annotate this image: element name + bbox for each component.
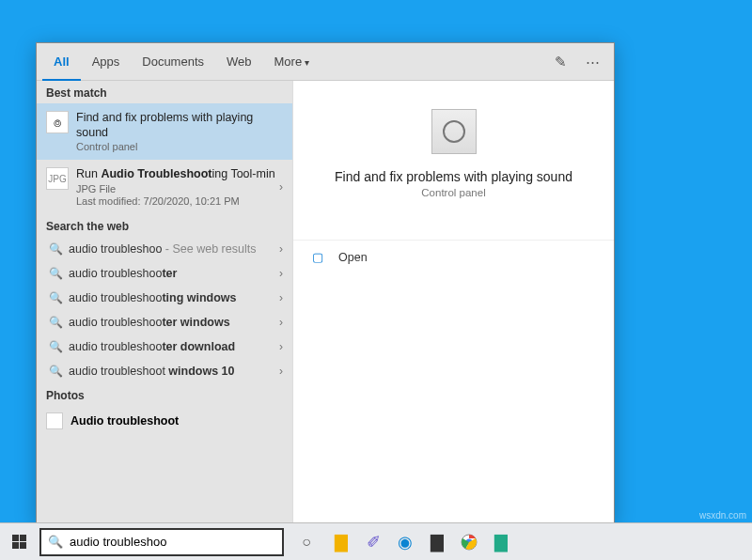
result-file[interactable]: JPG Run Audio Troubleshooting Tool-min J… bbox=[37, 160, 292, 214]
result-filetype: JPG File bbox=[76, 183, 283, 194]
tab-all[interactable]: All bbox=[42, 43, 81, 81]
tab-more[interactable]: More▾ bbox=[263, 43, 321, 81]
photo-label: Audio troubleshoot bbox=[70, 414, 179, 428]
taskbar-search-box[interactable]: 🔍 bbox=[39, 528, 284, 556]
app-icon-teal[interactable]: ▇ bbox=[485, 523, 517, 561]
chrome-logo-icon bbox=[461, 534, 478, 551]
web-result[interactable]: 🔍 audio troubleshooter download › bbox=[37, 334, 292, 359]
app-icon-dark[interactable]: ▇ bbox=[421, 523, 453, 561]
web-result[interactable]: 🔍 audio troubleshooter › bbox=[37, 261, 292, 286]
web-result[interactable]: 🔍 audio troubleshoot windows 10 › bbox=[37, 359, 292, 383]
result-best-match[interactable]: ⌾ Find and fix problems with playing sou… bbox=[37, 103, 292, 160]
chevron-down-icon: ▾ bbox=[305, 57, 309, 68]
chevron-right-icon[interactable]: › bbox=[279, 267, 283, 280]
watermark: wsxdn.com bbox=[699, 510, 746, 521]
search-icon: 🔍 bbox=[46, 242, 65, 256]
search-icon: 🔍 bbox=[46, 365, 65, 378]
result-preview-pane: Find and fix problems with playing sound… bbox=[292, 81, 614, 522]
chevron-right-icon[interactable]: › bbox=[279, 242, 283, 256]
desktop: All Apps Documents Web More▾ ✎ ⋯ Best ma… bbox=[0, 0, 752, 560]
preview-icon bbox=[431, 109, 477, 154]
panel-body: Best match ⌾ Find and fix problems with … bbox=[37, 81, 614, 522]
open-icon: ▢ bbox=[312, 250, 329, 264]
result-subtitle: Control panel bbox=[76, 141, 283, 152]
action-open[interactable]: ▢ Open bbox=[293, 241, 614, 273]
chevron-right-icon[interactable]: › bbox=[279, 365, 283, 378]
tab-apps[interactable]: Apps bbox=[81, 43, 132, 81]
web-result[interactable]: 🔍 audio troubleshooting windows › bbox=[37, 286, 292, 310]
file-explorer-icon[interactable]: ▇ bbox=[325, 523, 357, 561]
photo-thumb-icon bbox=[46, 412, 63, 429]
search-results-panel: All Apps Documents Web More▾ ✎ ⋯ Best ma… bbox=[36, 42, 615, 523]
chevron-right-icon[interactable]: › bbox=[279, 316, 283, 329]
web-result[interactable]: 🔍 audio troubleshoo - See web results › bbox=[37, 237, 292, 261]
result-title: Find and fix problems with playing sound bbox=[76, 111, 283, 140]
search-icon: 🔍 bbox=[41, 535, 70, 549]
cortana-button[interactable]: ○ bbox=[290, 534, 323, 551]
action-open-label: Open bbox=[338, 251, 368, 264]
taskbar-pinned-apps: ▇ ✐ ◉ ▇ ▇ bbox=[325, 523, 517, 561]
windows-logo-icon bbox=[12, 535, 26, 549]
feedback-icon[interactable]: ✎ bbox=[544, 54, 576, 70]
search-icon: 🔍 bbox=[46, 267, 65, 280]
preview-subtitle: Control panel bbox=[312, 187, 595, 198]
chevron-right-icon[interactable]: › bbox=[279, 291, 283, 304]
web-result[interactable]: 🔍 audio troubleshooter windows › bbox=[37, 310, 292, 334]
start-button[interactable] bbox=[0, 523, 38, 561]
image-file-icon: JPG bbox=[46, 167, 69, 190]
edge-browser-icon[interactable]: ◉ bbox=[389, 523, 421, 561]
chrome-browser-icon[interactable] bbox=[453, 523, 485, 561]
search-icon: 🔍 bbox=[46, 340, 65, 353]
chevron-right-icon[interactable]: › bbox=[279, 340, 283, 353]
search-icon: 🔍 bbox=[46, 316, 65, 329]
preview-actions: ▢ Open bbox=[293, 240, 614, 273]
tab-documents[interactable]: Documents bbox=[131, 43, 215, 81]
preview-title: Find and fix problems with playing sound bbox=[312, 169, 595, 184]
section-best-match: Best match bbox=[37, 81, 292, 103]
result-title: Run Audio Troubleshooting Tool-min bbox=[76, 167, 283, 182]
control-panel-icon: ⌾ bbox=[46, 111, 69, 133]
photo-result[interactable]: Audio troubleshoot bbox=[37, 406, 292, 436]
section-search-web: Search the web bbox=[37, 214, 292, 237]
chevron-right-icon[interactable]: › bbox=[279, 180, 283, 194]
snip-sketch-icon[interactable]: ✐ bbox=[357, 523, 389, 561]
tab-web[interactable]: Web bbox=[215, 43, 263, 81]
result-modified: Last modified: 7/20/2020, 10:21 PM bbox=[76, 195, 283, 207]
search-filter-tabs: All Apps Documents Web More▾ ✎ ⋯ bbox=[37, 43, 614, 81]
taskbar: 🔍 ○ ▇ ✐ ◉ ▇ ▇ bbox=[0, 522, 752, 560]
section-photos: Photos bbox=[37, 383, 292, 406]
results-list: Best match ⌾ Find and fix problems with … bbox=[37, 81, 292, 522]
more-options-icon[interactable]: ⋯ bbox=[576, 54, 608, 70]
search-input[interactable] bbox=[70, 530, 282, 554]
search-icon: 🔍 bbox=[46, 291, 65, 304]
